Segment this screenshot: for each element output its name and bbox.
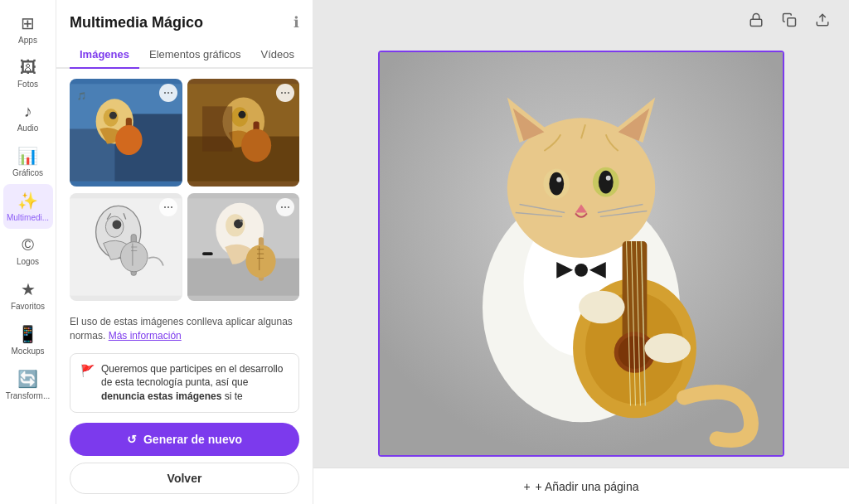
svg-point-49 xyxy=(507,118,656,258)
multimedia-icon: ✨ xyxy=(17,191,38,211)
favoritos-icon: ★ xyxy=(21,279,36,299)
svg-point-5 xyxy=(109,112,117,119)
svg-rect-40 xyxy=(788,18,796,27)
svg-point-48 xyxy=(575,264,588,277)
sidebar-item-mockups-label: Mockups xyxy=(11,346,44,356)
sidebar-item-graficos-label: Gráficos xyxy=(12,168,43,177)
svg-point-7 xyxy=(115,125,143,155)
logos-icon: © xyxy=(22,235,34,254)
more-menu-4[interactable]: ⋯ xyxy=(276,198,294,216)
apps-icon: ⊞ xyxy=(21,13,35,33)
sidebar-item-transform-label: Transform... xyxy=(6,391,51,400)
more-menu-3[interactable]: ⋯ xyxy=(159,198,177,216)
svg-point-13 xyxy=(238,111,245,119)
svg-point-20 xyxy=(112,220,121,229)
panel-header: Multimedia Mágico ℹ xyxy=(56,0,313,32)
export-icon[interactable] xyxy=(809,7,836,33)
svg-rect-39 xyxy=(750,19,762,26)
generate-button[interactable]: ↺ Generar de nuevo xyxy=(70,423,299,456)
sidebar-item-logos-label: Logos xyxy=(17,257,39,266)
canvas-toolbar xyxy=(313,0,849,40)
add-page-bar[interactable]: + + Añadir una página xyxy=(313,468,849,504)
generate-icon: ↺ xyxy=(127,433,137,446)
sidebar-item-audio[interactable]: ♪ Audio xyxy=(3,95,53,139)
image-card-1[interactable]: 🎵 ⋯ xyxy=(70,79,182,187)
tab-videos[interactable]: Vídeos xyxy=(251,41,304,69)
tabs: Imágenes Elementos gráficos Vídeos xyxy=(56,41,313,69)
svg-point-75 xyxy=(644,333,691,363)
svg-point-31 xyxy=(240,219,243,222)
copy-icon[interactable] xyxy=(776,7,803,33)
image-card-2[interactable]: ⋯ xyxy=(187,79,300,187)
sidebar-item-fotos-label: Fotos xyxy=(17,80,38,89)
svg-point-22 xyxy=(120,241,148,271)
sidebar-item-apps-label: Apps xyxy=(18,36,37,45)
sidebar-item-favoritos-label: Favoritos xyxy=(11,302,45,311)
mockups-icon: 📱 xyxy=(17,324,38,344)
svg-point-57 xyxy=(599,171,614,194)
sidebar-item-mockups[interactable]: 📱 Mockups xyxy=(3,317,53,362)
svg-point-74 xyxy=(579,291,625,324)
svg-rect-27 xyxy=(187,258,300,295)
tab-imagenes[interactable]: Imágenes xyxy=(70,41,139,69)
svg-point-58 xyxy=(556,177,561,182)
sidebar-item-transform[interactable]: 🔄 Transform... xyxy=(3,362,53,407)
svg-rect-16 xyxy=(202,106,232,151)
back-button[interactable]: Volver xyxy=(70,463,299,494)
banner: 🚩 Queremos que participes en el desarrol… xyxy=(70,353,299,413)
left-panel: Multimedia Mágico ℹ Imágenes Elementos g… xyxy=(56,0,313,504)
flag-icon: 🚩 xyxy=(80,364,95,377)
svg-text:🎵: 🎵 xyxy=(77,91,87,101)
sidebar-item-graficos[interactable]: 📊 Gráficos xyxy=(3,139,53,184)
sidebar-item-favoritos[interactable]: ★ Favoritos xyxy=(3,273,53,317)
sidebar-item-apps[interactable]: ⊞ Apps xyxy=(3,7,53,51)
sidebar-item-multimedia-label: Multimedi... xyxy=(7,213,49,222)
transform-icon: 🔄 xyxy=(17,369,38,389)
fotos-icon: 🖼 xyxy=(20,58,36,77)
sidebar: ⊞ Apps 🖼 Fotos ♪ Audio 📊 Gráficos ✨ Mult… xyxy=(0,0,56,504)
tab-elementos[interactable]: Elementos gráficos xyxy=(139,41,251,69)
banner-text: Queremos que participes en el desarrollo… xyxy=(101,362,289,404)
svg-point-59 xyxy=(606,176,611,181)
audio-icon: ♪ xyxy=(24,102,32,121)
more-menu-1[interactable]: ⋯ xyxy=(159,84,177,102)
info-icon[interactable]: ℹ xyxy=(294,13,299,32)
image-card-3[interactable]: ⋯ xyxy=(70,193,182,301)
add-page-icon: + xyxy=(523,480,530,493)
canvas-area xyxy=(313,40,849,468)
canvas-frame[interactable] xyxy=(378,51,784,457)
sidebar-item-audio-label: Audio xyxy=(17,124,39,133)
svg-point-15 xyxy=(241,128,271,162)
sidebar-item-logos[interactable]: © Logos xyxy=(3,229,53,273)
image-card-4[interactable]: ⋯ xyxy=(187,193,300,301)
svg-rect-32 xyxy=(202,252,213,255)
lock-icon[interactable] xyxy=(743,7,769,33)
main-area: + + Añadir una página xyxy=(313,0,849,504)
more-menu-2[interactable]: ⋯ xyxy=(276,84,294,102)
graficos-icon: 📊 xyxy=(17,146,38,166)
notice-link[interactable]: Más información xyxy=(109,330,182,342)
notice-text: El uso de estas imágenes conlleva aplica… xyxy=(56,312,313,350)
svg-point-34 xyxy=(245,245,275,278)
svg-point-56 xyxy=(549,172,564,196)
sidebar-item-multimedia[interactable]: ✨ Multimedi... xyxy=(3,184,53,229)
image-grid: 🎵 ⋯ ⋯ xyxy=(56,69,313,312)
panel-title: Multimedia Mágico xyxy=(70,14,287,32)
sidebar-item-fotos[interactable]: 🖼 Fotos xyxy=(3,51,53,95)
